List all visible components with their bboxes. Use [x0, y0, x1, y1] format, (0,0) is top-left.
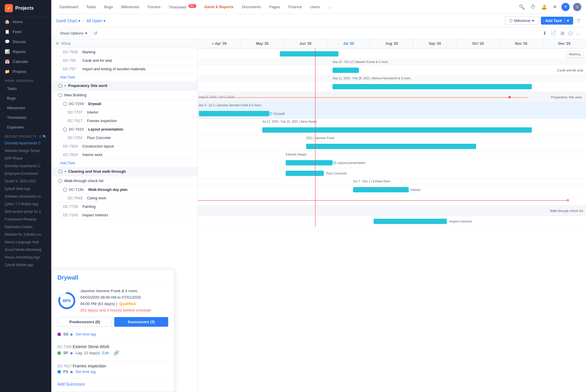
nav-pages[interactable]: Pages: [266, 3, 284, 11]
sidebar-item-reports[interactable]: 📊 Reports: [0, 47, 51, 57]
search-icon[interactable]: 🔍: [518, 3, 526, 11]
global-add-button[interactable]: +: [561, 3, 570, 11]
set-time-lag-fs[interactable]: Set time lag: [76, 369, 96, 374]
grid-icon[interactable]: ⊞: [560, 30, 565, 37]
gantt-bar-pour[interactable]: [286, 171, 324, 176]
nav-users[interactable]: Users: [306, 3, 323, 11]
fullscreen-icon[interactable]: ⬡: [568, 30, 573, 37]
sidebar-item-home[interactable]: 🏠 Home: [0, 17, 51, 27]
recent-project-nexus-adv[interactable]: Nexus Advertising Age:: [0, 254, 51, 261]
sidebar-item-expenses[interactable]: Expenses: [0, 122, 51, 132]
gantt-bar-interior2[interactable]: [306, 144, 476, 149]
gantt-bar-wooden[interactable]: [333, 84, 532, 89]
task-row[interactable]: DC-T625 Interior work: [51, 151, 197, 159]
recent-project-zylker[interactable]: Zylker 7.0 Mobile App: [0, 200, 51, 208]
recent-project-zylsoft[interactable]: Zylsoft Web App: [0, 185, 51, 193]
notification-icon[interactable]: 🔔: [540, 3, 548, 11]
task-row-walkthrough[interactable]: DC-T186 Walk-through day plan: [51, 186, 197, 194]
gantt-bar-layout[interactable]: [286, 160, 333, 165]
nav-dashboard[interactable]: Dashboard: [56, 3, 82, 11]
collapse-icon[interactable]: ⊞: [56, 42, 59, 45]
user-avatar[interactable]: U: [573, 3, 581, 11]
export-icon[interactable]: ⬇: [542, 30, 547, 37]
task-row[interactable]: DC-T624 Construction layout: [51, 142, 197, 151]
recent-project-social[interactable]: Social Media Marketing: [0, 246, 51, 254]
task-row[interactable]: DC-T252 Pour Concrete: [51, 134, 197, 142]
gantt-chart-dropdown[interactable]: Gantt Chart ▾: [56, 18, 80, 23]
group-header-preparatory[interactable]: + Preparatory Site work: [51, 81, 197, 90]
gantt-bar-marking[interactable]: [280, 51, 338, 57]
add-task-link-1[interactable]: Add Task: [51, 73, 197, 81]
nav-gantt-reports[interactable]: Gantt & Reports: [201, 3, 237, 11]
recent-project-nexus[interactable]: Nexus Language Hub: [0, 238, 51, 246]
gantt-bar-interior[interactable]: [262, 127, 532, 133]
close-icon[interactable]: ✕: [552, 3, 558, 11]
sidebar-item-feed[interactable]: 📋 Feed: [0, 27, 51, 37]
set-time-lag-ss[interactable]: Set time lag: [76, 332, 96, 336]
task-row[interactable]: DC-T617 Frames inspection: [51, 117, 197, 125]
add-task-button[interactable]: Add Task ▾: [541, 17, 573, 25]
pdf-icon[interactable]: 📄: [550, 30, 557, 37]
sidebar-item-timesheets[interactable]: Timesheets: [0, 113, 51, 122]
successors-tab[interactable]: Successors (3): [114, 317, 168, 327]
nav-finance[interactable]: Finance: [285, 3, 305, 11]
task-row-layout[interactable]: DC-T623 Layout presentation: [51, 125, 197, 134]
edit-lag-button[interactable]: Edit: [102, 351, 109, 355]
recent-project-framework[interactable]: Framework Revamp: [0, 215, 51, 223]
show-options-button[interactable]: Show Options ▾: [56, 29, 91, 37]
group-header-cleaning[interactable]: + Cleaning and final walk-through: [51, 167, 197, 176]
gantt-bar-drywall[interactable]: [199, 111, 269, 116]
sidebar-item-calendar[interactable]: 📅 Calendar: [0, 57, 51, 66]
undo-icon[interactable]: ↺: [93, 30, 97, 36]
gantt-bar-inspect[interactable]: [374, 219, 447, 224]
timer-icon[interactable]: ⏱: [529, 3, 536, 11]
sidebar-item-discuss[interactable]: 💬 Discuss: [0, 37, 51, 47]
predecessors-tab[interactable]: Predecessors (0): [57, 317, 112, 327]
recent-project-grade[interactable]: Grade V: 2020-2021: [0, 177, 51, 185]
nav-bugs[interactable]: Bugs: [101, 3, 117, 11]
task-row[interactable]: DC-T642 Celing work: [51, 194, 197, 203]
recent-project-donnelly1[interactable]: Donnelly Apartments C: [0, 139, 51, 147]
subgroup-walklist[interactable]: Walk-through check list: [51, 176, 197, 186]
recent-project-donnelly2[interactable]: Donnelly Apartments C: [0, 162, 51, 170]
all-open-dropdown[interactable]: All Open ▾: [86, 18, 105, 23]
gantt-bar-caulk[interactable]: [333, 68, 359, 73]
recent-project-erp[interactable]: ERP Phase: [0, 155, 51, 162]
milestone-button[interactable]: ⬡ Milestone ▾: [505, 16, 539, 25]
add-task-label: Add Task: [545, 18, 562, 23]
task-row[interactable]: DC-T728 Painting: [51, 203, 197, 211]
more-options-icon[interactable]: ...: [576, 30, 581, 37]
nav-milestones[interactable]: Milestones: [117, 3, 143, 11]
successor-row-t260: DC-T260 Exterior Stone Work SF ▶ Lag: 10…: [57, 341, 168, 361]
filter-icon[interactable]: ▽: [575, 17, 581, 25]
recent-project-employee[interactable]: Employee Enrollment: [0, 170, 51, 177]
delete-lag-button[interactable]: 🔗: [113, 350, 119, 356]
nav-forums[interactable]: Forums: [144, 3, 164, 11]
add-task-dropdown-arrow[interactable]: ▾: [564, 18, 569, 23]
task-row[interactable]: DC-T707 Interior: [51, 108, 197, 117]
nav-more[interactable]: ...: [325, 3, 335, 11]
task-row[interactable]: DC-T243 Inspect interiors: [51, 211, 197, 220]
recent-project-website-design[interactable]: Website Design Templ:: [0, 147, 51, 155]
task-row[interactable]: DC-T55 Caulk and Air seal: [51, 57, 197, 65]
subgroup-new-building[interactable]: New Building: [51, 90, 197, 100]
task-row[interactable]: DC-T630 Marking: [51, 48, 197, 57]
nav-tasks[interactable]: Tasks: [83, 3, 100, 11]
recent-project-zoholics[interactable]: Website for Zoholics ev: [0, 231, 51, 238]
add-successor-button[interactable]: Add Successor: [57, 379, 168, 388]
gantt-bar-construction[interactable]: [353, 187, 409, 192]
sidebar-item-bugs[interactable]: Bugs: [0, 93, 51, 103]
nav-documents[interactable]: Documents: [238, 3, 265, 11]
sidebar-item-tasks[interactable]: Tasks: [0, 84, 51, 93]
add-task-link-2[interactable]: Add Task: [51, 159, 197, 167]
nav-timesheet[interactable]: Timesheet 99+: [165, 3, 200, 11]
sidebar-item-projects[interactable]: 📁 Projects: [0, 66, 51, 76]
sidebar-item-milestones[interactable]: Milestones: [0, 103, 51, 113]
recent-project-software[interactable]: Software developers re:: [0, 193, 51, 200]
task-row-drywall[interactable]: DC-T259 Drywall: [51, 100, 197, 108]
recent-project-nakshatra[interactable]: Nakshatra Duplex: [0, 223, 51, 231]
month-nav-left[interactable]: ‹‹ Apr '20: [198, 39, 241, 48]
recent-project-zylsoft-mobile[interactable]: Zylsoft Mobile app: [0, 261, 51, 269]
recent-project-self-service[interactable]: Self-service portal for Z: [0, 208, 51, 215]
task-row[interactable]: DC-T57 Import and testing of wooden mate…: [51, 65, 197, 73]
